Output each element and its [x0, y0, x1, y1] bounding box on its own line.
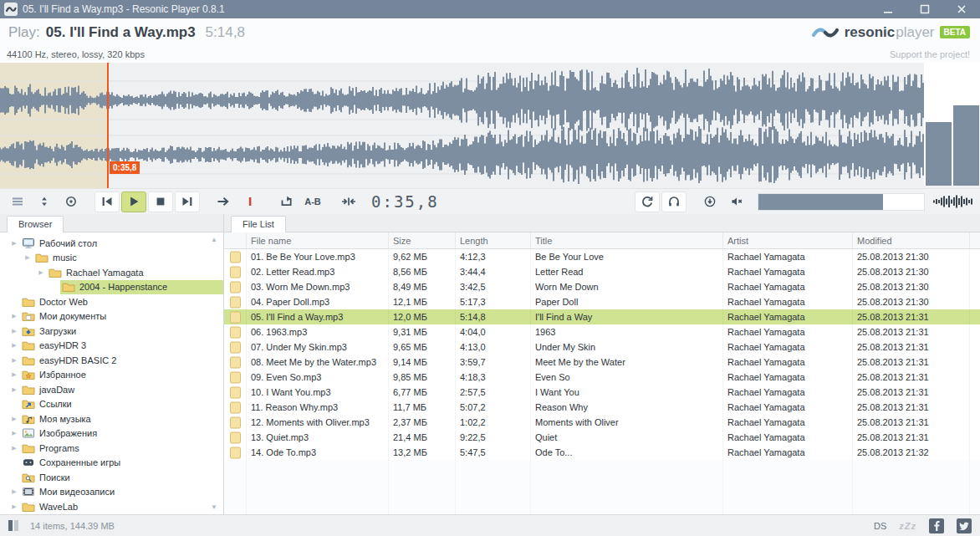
- tree-item[interactable]: ▶easyHDR BASIC 2: [0, 353, 223, 368]
- tree-item[interactable]: Сохраненные игры: [0, 456, 223, 471]
- playlist-mode-button[interactable]: [5, 191, 30, 212]
- repeat-button[interactable]: [635, 191, 660, 212]
- file-row[interactable]: 06. 1963.mp39,31 МБ4:04,01963Rachael Yam…: [224, 324, 980, 339]
- expander-icon[interactable]: ▶: [8, 445, 20, 452]
- column-header[interactable]: Length: [456, 232, 531, 248]
- expander-icon[interactable]: ▶: [35, 269, 47, 276]
- tree-item[interactable]: Поиски: [0, 470, 223, 485]
- tree-item-content[interactable]: Ссылки: [20, 397, 223, 412]
- tree-scrollbar[interactable]: ▲ ▼: [208, 236, 220, 511]
- tree-item-content[interactable]: easyHDR BASIC 2: [20, 353, 223, 368]
- tree-item-content[interactable]: Рабочий стол: [20, 236, 223, 251]
- tree-item[interactable]: ▶Мои видеозаписи: [0, 485, 223, 500]
- tree-item[interactable]: Doctor Web: [0, 294, 223, 309]
- tree-item[interactable]: ▶Загрузки: [0, 324, 223, 339]
- file-row[interactable]: 12. Moments with Oliver.mp32,37 МБ1:02,2…: [224, 415, 980, 430]
- expander-icon[interactable]: ▶: [8, 371, 20, 378]
- file-row[interactable]: 07. Under My Skin.mp39,65 МБ4:13,0Under …: [224, 339, 980, 355]
- tree-item[interactable]: Ссылки: [0, 397, 223, 412]
- tree-item-content[interactable]: Мои видеозаписи: [20, 485, 223, 500]
- scroll-up-icon[interactable]: ▲: [211, 236, 217, 243]
- expander-icon[interactable]: ▶: [8, 240, 20, 247]
- next-track-button[interactable]: [175, 191, 200, 212]
- scroll-down-icon[interactable]: ▼: [211, 503, 217, 511]
- tree-item-content[interactable]: Избранное: [20, 368, 223, 383]
- skip-silence-button[interactable]: [336, 191, 361, 212]
- tab-browser[interactable]: Browser: [7, 216, 64, 232]
- tree-item-content[interactable]: javaDaw: [20, 382, 223, 397]
- waveform-mini-icon[interactable]: [932, 194, 975, 209]
- stop-after-track-button[interactable]: [237, 191, 263, 212]
- tree-item-content[interactable]: Изображения: [20, 426, 223, 442]
- expander-icon[interactable]: ▶: [8, 313, 20, 319]
- tree-item[interactable]: ▶Изображения: [0, 426, 223, 442]
- tree-item[interactable]: ▶easyHDR 3: [0, 339, 223, 354]
- expander-icon[interactable]: ▶: [8, 430, 20, 436]
- autoplay-button[interactable]: [59, 191, 84, 212]
- column-header-icon[interactable]: [224, 232, 247, 248]
- tree-item[interactable]: ▶javaDaw: [0, 382, 223, 397]
- tree-item-content[interactable]: Programs: [20, 441, 223, 456]
- file-row[interactable]: 04. Paper Doll.mp312,1 МБ5:17,3Paper Dol…: [224, 294, 980, 309]
- support-link[interactable]: Support the project!: [890, 49, 970, 59]
- close-button[interactable]: [943, 0, 980, 18]
- tree-item-content[interactable]: Rachael Yamagata: [47, 265, 223, 280]
- tree-item[interactable]: ▶Рабочий стол: [0, 236, 223, 251]
- column-header[interactable]: Size: [389, 232, 456, 248]
- file-row[interactable]: 11. Reason Why.mp311,7 МБ5:07,2Reason Wh…: [224, 400, 980, 415]
- file-row[interactable]: 03. Worn Me Down.mp38,49 МБ3:42,5Worn Me…: [224, 279, 980, 294]
- tree-item[interactable]: ▶Моя музыка: [0, 411, 223, 426]
- tree-item-content[interactable]: Поиски: [20, 470, 223, 485]
- headphones-button[interactable]: [661, 191, 687, 212]
- tree-item[interactable]: ▶Rachael Yamagata: [0, 265, 223, 280]
- layout-toggle-icon[interactable]: [8, 520, 18, 531]
- expander-icon[interactable]: ▶: [8, 503, 20, 510]
- file-row[interactable]: 13. Quiet.mp321,4 МБ9:22,5QuietRachael Y…: [224, 430, 980, 445]
- tree-item-content[interactable]: music: [33, 251, 223, 266]
- column-header[interactable]: Modified: [853, 232, 970, 248]
- tree-item-content[interactable]: Загрузки: [20, 324, 223, 339]
- stop-button[interactable]: [148, 191, 173, 212]
- tree-item-content[interactable]: Моя музыка: [20, 411, 223, 426]
- file-row[interactable]: 14. Ode To.mp313,2 МБ5:47,5Ode To...Rach…: [224, 445, 980, 460]
- tree-item-content[interactable]: Сохраненные игры: [20, 456, 223, 471]
- minimize-button[interactable]: [870, 0, 906, 18]
- tree-item[interactable]: ▶Избранное: [0, 368, 223, 383]
- download-button[interactable]: [697, 191, 722, 212]
- previous-track-button[interactable]: [94, 191, 120, 212]
- tree-item-content[interactable]: Мои документы: [20, 309, 223, 324]
- tree-item[interactable]: ▶WaveLab: [0, 499, 223, 514]
- tree-item-content[interactable]: easyHDR 3: [20, 339, 223, 354]
- tree-item[interactable]: 2004 - Happenstance: [0, 280, 223, 295]
- expander-icon[interactable]: ▶: [8, 386, 20, 393]
- tree-item-content[interactable]: Doctor Web: [20, 294, 223, 309]
- column-header[interactable]: File name: [247, 232, 389, 248]
- file-row[interactable]: 08. Meet Me by the Water.mp39,14 МБ3:59,…: [224, 355, 980, 370]
- sort-order-button[interactable]: [32, 191, 57, 212]
- expander-icon[interactable]: ▶: [8, 488, 20, 495]
- mute-button[interactable]: [724, 191, 749, 212]
- expander-icon[interactable]: ▶: [8, 357, 20, 364]
- file-row-selected[interactable]: 05. I'll Find a Way.mp312,0 МБ5:14,8I'll…: [224, 309, 980, 324]
- waveform-view[interactable]: 0:35,8: [0, 63, 980, 188]
- playhead[interactable]: [107, 63, 109, 188]
- expander-icon[interactable]: ▶: [8, 328, 20, 334]
- tree-item-content[interactable]: WaveLab: [20, 499, 223, 514]
- expander-icon[interactable]: ▶: [8, 342, 20, 349]
- tree-item[interactable]: ▶Мои документы: [0, 309, 223, 324]
- play-button[interactable]: [121, 191, 146, 212]
- tree-item-selected[interactable]: 2004 - Happenstance: [60, 280, 223, 295]
- expander-icon[interactable]: ▶: [22, 254, 33, 261]
- loop-button[interactable]: [273, 191, 299, 212]
- tree-item[interactable]: ▶music: [0, 251, 223, 266]
- maximize-button[interactable]: [906, 0, 943, 18]
- facebook-icon[interactable]: [929, 518, 944, 533]
- sleep-indicator[interactable]: zZz: [899, 521, 916, 531]
- column-header[interactable]: Title: [531, 232, 723, 248]
- tree-item[interactable]: ▶Programs: [0, 441, 223, 456]
- file-row[interactable]: 10. I Want You.mp36,77 МБ2:57,5I Want Yo…: [224, 385, 980, 400]
- file-row[interactable]: 09. Even So.mp39,85 МБ4:18,3Even SoRacha…: [224, 370, 980, 385]
- file-row[interactable]: 02. Letter Read.mp38,56 МБ3:44,4Letter R…: [224, 264, 980, 279]
- expander-icon[interactable]: ▶: [8, 416, 20, 422]
- tab-file-list[interactable]: File List: [231, 216, 286, 232]
